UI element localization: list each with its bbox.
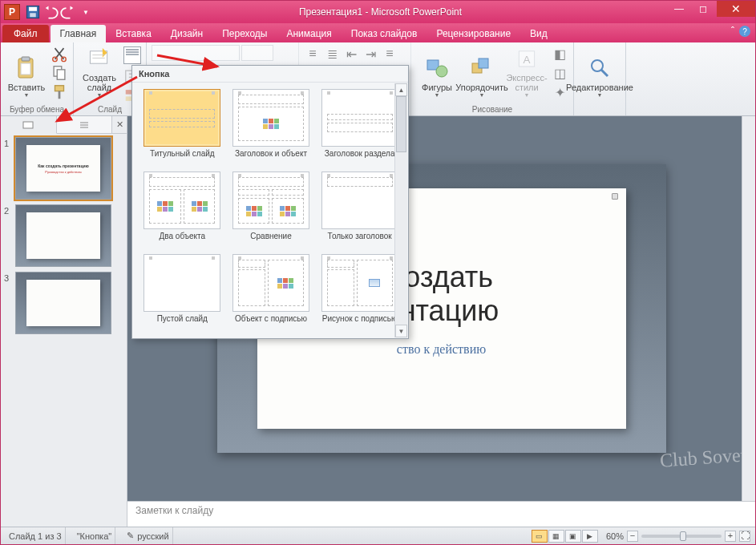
qat-dropdown-icon[interactable]: ▼ bbox=[78, 4, 94, 20]
svg-rect-2 bbox=[30, 13, 36, 17]
outline-tab[interactable] bbox=[57, 116, 113, 133]
layout-gallery: Кнопка Титульный слайд Заголовок и объек… bbox=[131, 65, 409, 339]
indent-inc-icon[interactable]: ⇥ bbox=[362, 45, 379, 63]
numbering-icon[interactable]: ≣ bbox=[323, 45, 341, 63]
group-editing: Редактирование ▼ bbox=[574, 42, 626, 115]
notes-pane[interactable]: Заметки к слайду bbox=[127, 501, 755, 527]
svg-line-25 bbox=[601, 70, 608, 76]
zoom-label: 60% bbox=[606, 531, 624, 541]
shape-fill-icon[interactable]: ◧ bbox=[551, 45, 568, 63]
thumb-num: 3 bbox=[4, 272, 15, 334]
tab-design[interactable]: Дизайн bbox=[161, 25, 212, 42]
arrange-button[interactable]: Упорядочить ▼ bbox=[461, 45, 503, 99]
editing-button[interactable]: Редактирование ▼ bbox=[579, 45, 621, 99]
align-left-icon[interactable]: ≡ bbox=[381, 45, 398, 63]
svg-point-19 bbox=[436, 66, 447, 77]
quick-access-toolbar: ▼ bbox=[25, 4, 94, 20]
tab-insert[interactable]: Вставка bbox=[106, 25, 161, 42]
copy-icon[interactable] bbox=[51, 64, 68, 82]
app-icon: P bbox=[4, 4, 20, 20]
group-clipboard-label: Буфер обмена bbox=[6, 104, 68, 115]
maximize-button[interactable]: ◻ bbox=[691, 1, 715, 17]
bullets-icon[interactable]: ≡ bbox=[304, 45, 321, 63]
view-buttons: ▭ ▦ ▣ ▶ bbox=[532, 530, 598, 543]
svg-point-24 bbox=[592, 60, 603, 71]
vertical-scrollbar[interactable] bbox=[742, 116, 755, 501]
layout-two-content[interactable]: Два объекта bbox=[139, 170, 226, 251]
slide-panel: ✕ 1 Как создать презентациюРуководство к… bbox=[1, 116, 127, 527]
slideshow-view-button[interactable]: ▶ bbox=[582, 530, 598, 543]
minimize-ribbon-icon[interactable]: ˆ bbox=[731, 26, 734, 37]
language-indicator[interactable]: ✎русский bbox=[123, 527, 172, 544]
format-painter-icon[interactable] bbox=[51, 83, 68, 101]
quick-styles-button[interactable]: A Экспресс-стили ▼ bbox=[506, 45, 548, 99]
tab-review[interactable]: Рецензирование bbox=[427, 25, 520, 42]
layout-content-caption[interactable]: Объект с подписью bbox=[228, 252, 315, 333]
group-drawing: Фигуры ▼ Упорядочить ▼ A Экспресс-стили … bbox=[411, 42, 574, 115]
group-drawing-label: Рисование bbox=[416, 104, 568, 115]
zoom-control: 60% − + ⛶ bbox=[606, 531, 750, 542]
help-icon[interactable]: ? bbox=[739, 26, 750, 37]
cut-icon[interactable] bbox=[51, 45, 68, 63]
layout-section-header[interactable]: Заголовок раздела bbox=[316, 87, 403, 168]
group-clipboard: Вставить ▼ Буфер обмена bbox=[1, 42, 74, 115]
svg-rect-10 bbox=[55, 86, 64, 91]
tab-view[interactable]: Вид bbox=[520, 25, 557, 42]
shape-outline-icon[interactable]: ◫ bbox=[551, 64, 568, 82]
layout-blank[interactable]: Пустой слайд bbox=[139, 252, 226, 333]
tab-slideshow[interactable]: Показ слайдов bbox=[342, 25, 427, 42]
sorter-view-button[interactable]: ▦ bbox=[548, 530, 564, 543]
svg-rect-9 bbox=[57, 70, 65, 79]
paste-button[interactable]: Вставить ▼ bbox=[6, 45, 47, 99]
layout-title-only[interactable]: Только заголовок bbox=[316, 170, 403, 251]
redo-icon[interactable] bbox=[60, 4, 76, 20]
tab-home[interactable]: Главная bbox=[51, 25, 107, 42]
layout-title-slide[interactable]: Титульный слайд bbox=[139, 87, 226, 168]
svg-rect-21 bbox=[479, 59, 488, 68]
zoom-out-button[interactable]: − bbox=[627, 531, 638, 542]
thumb-num: 2 bbox=[4, 204, 15, 267]
panel-close-icon[interactable]: ✕ bbox=[112, 116, 127, 133]
zoom-in-button[interactable]: + bbox=[725, 531, 736, 542]
normal-view-button[interactable]: ▭ bbox=[532, 530, 548, 543]
status-bar: Слайд 1 из 3 "Кнопка" ✎русский ▭ ▦ ▣ ▶ 6… bbox=[1, 527, 755, 544]
watermark: Club Sovet bbox=[659, 444, 746, 471]
title-bar: P ▼ Презентация1 - Microsoft PowerPoint … bbox=[1, 1, 755, 23]
new-slide-label: Создать слайд bbox=[83, 73, 116, 92]
slide-thumbnail-2[interactable] bbox=[15, 204, 111, 267]
shapes-button[interactable]: Фигуры ▼ bbox=[416, 45, 458, 99]
slide-thumbnail-3[interactable] bbox=[15, 272, 111, 334]
slide-thumbnail-1[interactable]: Как создать презентациюРуководство к дей… bbox=[15, 137, 111, 200]
reading-view-button[interactable]: ▣ bbox=[565, 530, 581, 543]
file-tab[interactable]: Файл bbox=[2, 25, 49, 42]
tab-transitions[interactable]: Переходы bbox=[212, 25, 277, 42]
thumbnails: 1 Как создать презентациюРуководство к д… bbox=[1, 134, 127, 527]
layout-title-content[interactable]: Заголовок и объект bbox=[228, 87, 315, 168]
layout-comparison[interactable]: Сравнение bbox=[228, 170, 315, 251]
tab-animations[interactable]: Анимация bbox=[277, 25, 341, 42]
svg-rect-4 bbox=[22, 57, 30, 61]
svg-text:A: A bbox=[524, 54, 531, 66]
undo-icon[interactable] bbox=[42, 4, 59, 20]
new-slide-button[interactable]: Создать слайд ▼ bbox=[79, 45, 120, 99]
svg-rect-5 bbox=[21, 63, 30, 75]
thumb-num: 1 bbox=[4, 137, 15, 200]
shape-effects-icon[interactable]: ✦ bbox=[551, 83, 568, 101]
gallery-title: Кнопка bbox=[132, 66, 408, 83]
minimize-button[interactable]: — bbox=[667, 1, 691, 17]
svg-rect-11 bbox=[59, 91, 61, 99]
svg-rect-1 bbox=[29, 7, 37, 11]
layout-picture-caption[interactable]: Рисунок с подписью bbox=[316, 252, 403, 333]
zoom-slider[interactable] bbox=[641, 535, 722, 538]
indent-dec-icon[interactable]: ⇤ bbox=[342, 45, 360, 63]
ribbon-tabs: Файл Главная Вставка Дизайн Переходы Ани… bbox=[1, 23, 755, 42]
gallery-scrollbar[interactable]: ▲ ▼ bbox=[394, 83, 407, 337]
layout-button[interactable] bbox=[123, 46, 141, 64]
save-icon[interactable] bbox=[25, 4, 41, 20]
svg-rect-26 bbox=[23, 122, 33, 128]
fit-to-window-button[interactable]: ⛶ bbox=[739, 531, 750, 542]
theme-name: "Кнопка" bbox=[74, 527, 116, 544]
close-button[interactable]: ✕ bbox=[717, 1, 755, 17]
slide-subtitle[interactable]: ство к действию bbox=[397, 342, 486, 357]
slides-tab[interactable] bbox=[1, 116, 57, 134]
